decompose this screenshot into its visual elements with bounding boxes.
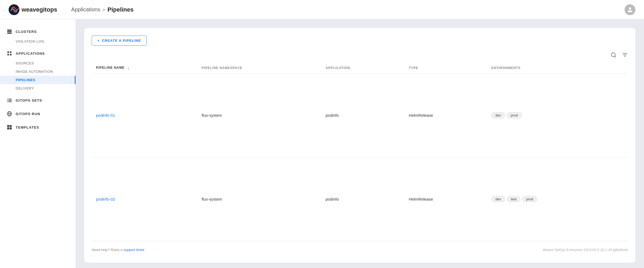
cell-pipeline-name: podinfo-02 [92,157,197,241]
table-row: podinfo-02flux-systempodinfoHelmReleased… [92,157,628,241]
sidebar-section-applications: APPLICATIONS SOURCES IMAGE AUTOMATION PI… [0,48,76,92]
search-icon[interactable] [611,52,616,59]
svg-rect-2 [7,31,12,32]
cell-type: HelmRelease [405,74,487,157]
breadcrumb: Applications › Pipelines [71,6,133,13]
col-environments: ENVIRONMENTS [487,63,628,74]
content-card: + CREATE A PIPELINE [84,28,635,263]
create-pipeline-label: CREATE A PIPELINE [102,39,141,43]
list-icon [6,97,12,103]
svg-rect-17 [7,125,9,127]
breadcrumb-separator: › [103,6,105,13]
pipeline-table: PIPELINE NAME ↓ PIPELINE NAMESPACE APPLI… [92,63,628,241]
table-body: podinfo-01flux-systempodinfoHelmReleased… [92,74,628,241]
env-badge: prod [522,196,537,202]
svg-rect-20 [10,128,12,130]
svg-rect-19 [7,128,9,130]
svg-rect-9 [8,99,12,99]
templates-label: TEMPLATES [16,125,39,129]
user-icon [627,7,633,13]
sidebar-header-gitops-run[interactable]: GITOPS RUN [0,108,76,119]
sidebar-header-clusters[interactable]: CLUSTERS [0,26,76,37]
apps-icon [6,50,12,56]
table-header: PIPELINE NAME ↓ PIPELINE NAMESPACE APPLI… [92,63,628,74]
filter-icon[interactable] [622,52,628,59]
svg-line-22 [615,56,616,57]
cell-application: podinfo [321,74,405,157]
clusters-label: CLUSTERS [16,30,37,34]
applications-label: APPLICATIONS [16,51,45,56]
table-toolbar [92,52,628,59]
svg-rect-12 [7,101,8,102]
svg-rect-18 [10,125,12,127]
globe-icon [6,111,12,117]
svg-rect-13 [8,101,12,102]
svg-rect-4 [8,51,9,53]
col-type: TYPE [405,63,487,74]
sidebar-header-templates[interactable]: TEMPLATES [0,122,76,133]
footer-help-text: Need help? Raise a support ticket [92,248,144,252]
sidebar: CLUSTERS VIOLATION LOG APPLICATIONS SOUR… [0,19,76,268]
header-left: weavegitops Applications › Pipelines [9,4,133,15]
sort-desc-icon: ↓ [127,66,129,70]
content-area: + CREATE A PIPELINE [76,19,644,268]
support-ticket-link[interactable]: support ticket [124,248,144,252]
cell-environments: devprod [487,74,628,157]
sidebar-item-image-automation[interactable]: IMAGE AUTOMATION [0,67,76,76]
sidebar-item-delivery[interactable]: DELIVERY [0,84,76,92]
logo: weavegitops [9,4,57,15]
sidebar-item-pipelines[interactable]: PIPELINES [0,76,76,84]
breadcrumb-current: Pipelines [108,6,134,13]
svg-rect-1 [7,30,12,31]
footer-version: Weave GitOps Enterprise 2023-03 0.18.1-4… [543,248,628,252]
create-pipeline-button[interactable]: + CREATE A PIPELINE [92,36,147,46]
sidebar-item-sources[interactable]: SOURCES [0,59,76,67]
main-layout: CLUSTERS VIOLATION LOG APPLICATIONS SOUR… [0,19,644,268]
col-application: APPLICATION [321,63,405,74]
sidebar-header-gitops-sets[interactable]: GITOPS SETS [0,95,76,106]
gitops-sets-label: GITOPS SETS [16,98,42,102]
svg-rect-5 [10,51,12,53]
sidebar-section-templates: TEMPLATES [0,122,76,133]
cell-application: podinfo [321,157,405,241]
create-plus-icon: + [97,39,100,43]
env-badge: prod [507,112,522,118]
env-badge: dev [491,112,505,118]
cell-type: HelmRelease [405,157,487,241]
svg-rect-3 [7,33,12,34]
server-icon [6,29,12,35]
col-pipeline-namespace: PIPELINE NAMESPACE [197,63,321,74]
svg-rect-6 [8,54,9,56]
sidebar-section-gitops-run: GITOPS RUN [0,108,76,119]
sidebar-section-gitops-sets: GITOPS SETS [0,95,76,106]
header: weavegitops Applications › Pipelines [0,0,644,19]
svg-rect-7 [10,54,12,56]
env-badge: test [507,196,520,202]
gitops-run-label: GITOPS RUN [16,112,40,116]
logo-text: weavegitops [22,6,57,13]
svg-rect-11 [8,100,12,101]
env-badge: dev [491,196,505,202]
header-right [625,4,635,15]
table-row: podinfo-01flux-systempodinfoHelmReleased… [92,74,628,157]
grid-icon [6,124,12,130]
pipeline-name-link[interactable]: podinfo-02 [96,197,115,201]
svg-rect-8 [7,99,8,99]
sidebar-section-clusters: CLUSTERS VIOLATION LOG [0,26,76,46]
sidebar-item-violation-log[interactable]: VIOLATION LOG [0,37,76,46]
logo-icon [9,4,19,15]
svg-rect-10 [7,100,8,101]
cell-environments: devtestprod [487,157,628,241]
breadcrumb-parent: Applications [71,6,100,13]
cell-pipeline-namespace: flux-system [197,157,321,241]
cell-pipeline-namespace: flux-system [197,74,321,157]
col-pipeline-name[interactable]: PIPELINE NAME ↓ [92,63,197,74]
pipeline-name-link[interactable]: podinfo-01 [96,113,115,118]
card-footer: Need help? Raise a support ticket Weave … [92,241,628,255]
cell-pipeline-name: podinfo-01 [92,74,197,157]
user-avatar-button[interactable] [625,4,635,15]
sidebar-header-applications[interactable]: APPLICATIONS [0,48,76,59]
